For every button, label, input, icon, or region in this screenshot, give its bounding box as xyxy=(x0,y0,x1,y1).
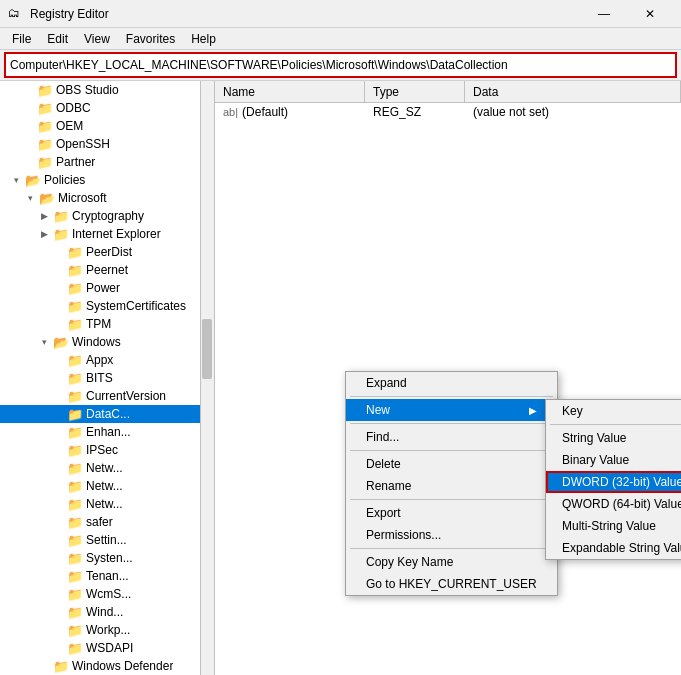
ctx-permissions[interactable]: Permissions... xyxy=(346,524,557,546)
tree-item-odbc[interactable]: 📁 ODBC xyxy=(0,99,214,117)
title-bar-left: 🗂 Registry Editor xyxy=(8,6,109,22)
tree-label: Settin... xyxy=(84,533,127,547)
tree-item-wind[interactable]: 📁 Wind... xyxy=(0,603,214,621)
tree-label: CurrentVersion xyxy=(84,389,166,403)
folder-icon: 📁 xyxy=(36,155,54,170)
folder-icon: 📁 xyxy=(66,353,84,368)
ctx-goto[interactable]: Go to HKEY_CURRENT_USER xyxy=(346,573,557,595)
app-title: Registry Editor xyxy=(30,7,109,21)
menu-file[interactable]: File xyxy=(4,30,39,48)
tree-label: SystemCertificates xyxy=(84,299,186,313)
menu-help[interactable]: Help xyxy=(183,30,224,48)
tree-item-settin[interactable]: 📁 Settin... xyxy=(0,531,214,549)
ctx-expand[interactable]: Expand xyxy=(346,372,557,394)
ctx-delete[interactable]: Delete xyxy=(346,453,557,475)
tree-label: PeerDist xyxy=(84,245,132,259)
ctx-separator-4 xyxy=(350,499,553,500)
tree-item-bits[interactable]: 📁 BITS xyxy=(0,369,214,387)
cell-data-default: (value not set) xyxy=(465,105,681,119)
tree-item-netw3[interactable]: 📁 Netw... xyxy=(0,495,214,513)
tree-label: Appx xyxy=(84,353,113,367)
sub-string-value[interactable]: String Value xyxy=(546,427,681,449)
tree-item-tenan[interactable]: 📁 Tenan... xyxy=(0,567,214,585)
tree-item-windefender[interactable]: 📁 Windows Defender xyxy=(0,657,214,675)
tree-label: Windows Defender xyxy=(70,659,173,673)
tree-item-syscerts[interactable]: 📁 SystemCertificates xyxy=(0,297,214,315)
ctx-new[interactable]: New ▶ xyxy=(346,399,557,421)
tree-item-power[interactable]: 📁 Power xyxy=(0,279,214,297)
tree-label: Netw... xyxy=(84,461,123,475)
tree-label: BITS xyxy=(84,371,113,385)
ctx-separator-2 xyxy=(350,423,553,424)
tree-item-datacollection[interactable]: 📁 DataC... xyxy=(0,405,214,423)
tree-item-windows[interactable]: ▾ 📂 Windows xyxy=(0,333,214,351)
tree-item-cryptography[interactable]: ▶ 📁 Cryptography xyxy=(0,207,214,225)
folder-icon: 📁 xyxy=(66,317,84,332)
tree-item-policies[interactable]: ▾ 📂 Policies xyxy=(0,171,214,189)
tree-label: Windows xyxy=(70,335,121,349)
tree-label: Enhan... xyxy=(84,425,131,439)
menu-bar: File Edit View Favorites Help xyxy=(0,28,681,50)
folder-icon: 📁 xyxy=(66,623,84,638)
sub-multi-string[interactable]: Multi-String Value xyxy=(546,515,681,537)
tree-label: Wind... xyxy=(84,605,123,619)
tree-item-partner[interactable]: 📁 Partner xyxy=(0,153,214,171)
tree-item-ie[interactable]: ▶ 📁 Internet Explorer xyxy=(0,225,214,243)
tree-item-systen[interactable]: 📁 Systen... xyxy=(0,549,214,567)
tree-item-workp[interactable]: 📁 Workp... xyxy=(0,621,214,639)
reg-value-icon: ab| xyxy=(223,106,238,118)
tree-label: Tenan... xyxy=(84,569,129,583)
menu-view[interactable]: View xyxy=(76,30,118,48)
sub-qword-value[interactable]: QWORD (64-bit) Value xyxy=(546,493,681,515)
folder-icon: 📁 xyxy=(66,371,84,386)
tree-item-wcms[interactable]: 📁 WcmS... xyxy=(0,585,214,603)
tree-item-obs[interactable]: 📁 OBS Studio xyxy=(0,81,214,99)
tree-item-currentversion[interactable]: 📁 CurrentVersion xyxy=(0,387,214,405)
menu-edit[interactable]: Edit xyxy=(39,30,76,48)
tree-item-tpm[interactable]: 📁 TPM xyxy=(0,315,214,333)
tree-label: Netw... xyxy=(84,479,123,493)
tree-item-peerdist[interactable]: 📁 PeerDist xyxy=(0,243,214,261)
minimize-button[interactable]: — xyxy=(581,0,627,28)
tree-item-safer[interactable]: 📁 safer xyxy=(0,513,214,531)
tree-item-oem[interactable]: 📁 OEM xyxy=(0,117,214,135)
tree-item-netw2[interactable]: 📁 Netw... xyxy=(0,477,214,495)
col-header-name: Name xyxy=(215,81,365,102)
column-headers: Name Type Data xyxy=(215,81,681,103)
tree-item-appx[interactable]: 📁 Appx xyxy=(0,351,214,369)
ctx-copy-key[interactable]: Copy Key Name xyxy=(346,551,557,573)
sub-expand-string[interactable]: Expandable String Value xyxy=(546,537,681,559)
tree-label: Cryptography xyxy=(70,209,144,223)
ctx-rename[interactable]: Rename xyxy=(346,475,557,497)
sub-dword-value[interactable]: DWORD (32-bit) Value xyxy=(546,471,681,493)
folder-icon: 📂 xyxy=(52,335,70,350)
tree-item-enhan[interactable]: 📁 Enhan... xyxy=(0,423,214,441)
data-row-default[interactable]: ab| (Default) REG_SZ (value not set) xyxy=(215,103,681,121)
tree-label: WSDAPI xyxy=(84,641,133,655)
tree-scrollbar[interactable] xyxy=(200,81,214,675)
tree-item-peernet[interactable]: 📁 Peernet xyxy=(0,261,214,279)
tree-item-openssh[interactable]: 📁 OpenSSH xyxy=(0,135,214,153)
folder-icon: 📁 xyxy=(52,227,70,242)
folder-icon: 📁 xyxy=(66,281,84,296)
cell-type-default: REG_SZ xyxy=(365,105,465,119)
tree-item-wsdapi[interactable]: 📁 WSDAPI xyxy=(0,639,214,657)
ctx-separator-3 xyxy=(350,450,553,451)
sub-binary-value[interactable]: Binary Value xyxy=(546,449,681,471)
tree-item-ipsec[interactable]: 📁 IPSec xyxy=(0,441,214,459)
sub-key[interactable]: Key xyxy=(546,400,681,422)
tree-item-netw1[interactable]: 📁 Netw... xyxy=(0,459,214,477)
menu-favorites[interactable]: Favorites xyxy=(118,30,183,48)
close-button[interactable]: ✕ xyxy=(627,0,673,28)
folder-icon: 📁 xyxy=(66,569,84,584)
tree-item-microsoft[interactable]: ▾ 📂 Microsoft xyxy=(0,189,214,207)
folder-icon: 📁 xyxy=(52,659,70,674)
tree-label: safer xyxy=(84,515,113,529)
folder-icon: 📁 xyxy=(66,479,84,494)
address-bar[interactable]: Computer\HKEY_LOCAL_MACHINE\SOFTWARE\Pol… xyxy=(4,52,677,78)
ctx-export[interactable]: Export xyxy=(346,502,557,524)
expand-icon: ▾ xyxy=(36,337,52,347)
ctx-find[interactable]: Find... xyxy=(346,426,557,448)
title-controls: — ✕ xyxy=(581,0,673,28)
expand-icon: ▾ xyxy=(8,175,24,185)
